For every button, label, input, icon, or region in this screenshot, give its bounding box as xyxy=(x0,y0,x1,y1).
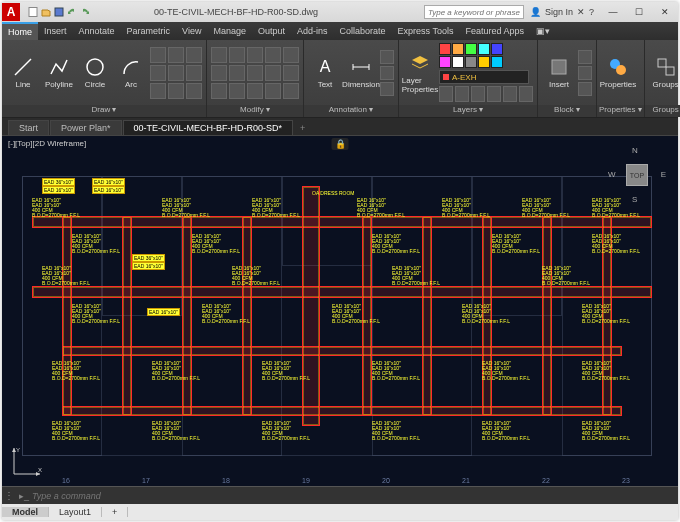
cmdline-chevron-icon[interactable]: ▸_ xyxy=(16,491,32,501)
tab-addins[interactable]: Add-ins xyxy=(291,22,334,40)
layout-tab-layout1[interactable]: Layout1 xyxy=(49,507,102,517)
sign-in-link[interactable]: Sign In xyxy=(545,7,573,17)
tab-overflow-icon[interactable]: ▣▾ xyxy=(530,22,556,40)
duct-annotation: EAD 16"x10" EAD 16"x10" 400 CFM B.O.D=27… xyxy=(492,234,540,254)
duct-annotation: EAD 16"x10" EAD 16"x10" 400 CFM B.O.D=27… xyxy=(152,361,200,381)
drawing-viewport[interactable]: [-][Top][2D Wireframe] 🔒 TOP N S E W xyxy=(2,136,678,486)
user-icon[interactable]: 👤 xyxy=(530,7,541,17)
tab-annotate[interactable]: Annotate xyxy=(73,22,121,40)
svg-rect-7 xyxy=(658,59,666,67)
panel-properties: Properties Properties ▾ xyxy=(597,40,645,117)
doc-tab-start[interactable]: Start xyxy=(8,120,49,135)
panel-title[interactable]: Draw ▾ xyxy=(2,105,206,117)
app-menu-button[interactable]: A xyxy=(2,3,20,21)
viewcube-south[interactable]: S xyxy=(632,195,637,204)
duct-annotation: EAD 16"x10" EAD 16"x10" 400 CFM B.O.D=27… xyxy=(372,361,420,381)
duct-annotation: EAD 16"x10" EAD 16"x10" 400 CFM B.O.D=27… xyxy=(462,304,510,324)
edit-block-icon[interactable] xyxy=(578,66,592,80)
exchange-icon[interactable]: ✕ xyxy=(577,7,585,17)
duct-annotation: EAD 16"x10" EAD 16"x10" 400 CFM B.O.D=27… xyxy=(162,198,210,218)
create-block-icon[interactable] xyxy=(578,50,592,64)
tab-view[interactable]: View xyxy=(176,22,207,40)
viewcube-west[interactable]: W xyxy=(608,170,616,179)
grid-label: 16 xyxy=(62,477,70,484)
tab-featured[interactable]: Featured Apps xyxy=(459,22,530,40)
duct-annotation: EAD 16"x10" EAD 16"x10" 400 CFM B.O.D=27… xyxy=(52,421,100,441)
duct-annotation: EAD 16"x10" EAD 16"x10" 400 CFM B.O.D=27… xyxy=(482,421,530,441)
tab-manage[interactable]: Manage xyxy=(207,22,252,40)
help-search-input[interactable] xyxy=(424,5,524,19)
window-controls: — ☐ ✕ xyxy=(600,3,678,21)
duct-annotation: EAD 16"x10" EAD 16"x10" 400 CFM B.O.D=27… xyxy=(357,198,405,218)
arc-button[interactable]: Arc xyxy=(114,43,148,103)
equipment-tag: EAD 16"x10" xyxy=(42,186,75,194)
panel-title[interactable]: Groups xyxy=(645,105,680,117)
panel-title[interactable]: Properties ▾ xyxy=(597,105,644,117)
duct-annotation: EAD 16"x10" EAD 16"x10" 400 CFM B.O.D=27… xyxy=(482,361,530,381)
panel-title[interactable]: Layers ▾ xyxy=(399,105,537,117)
leader-icon[interactable] xyxy=(380,50,394,64)
layer-properties-button[interactable]: Layer Properties xyxy=(403,43,437,103)
panel-title[interactable]: Block ▾ xyxy=(538,105,596,117)
viewport-lock-icon[interactable]: 🔒 xyxy=(332,138,349,150)
mtext-icon[interactable] xyxy=(380,82,394,96)
dimension-button[interactable]: Dimension xyxy=(344,43,378,103)
circle-button[interactable]: Circle xyxy=(78,43,112,103)
tab-express[interactable]: Express Tools xyxy=(392,22,460,40)
tab-collaborate[interactable]: Collaborate xyxy=(334,22,392,40)
cmdline-handle[interactable]: ⋮ xyxy=(2,490,16,501)
layer-dropdown[interactable]: A-EXH xyxy=(439,70,529,84)
command-input[interactable] xyxy=(32,491,292,501)
tab-insert[interactable]: Insert xyxy=(38,22,73,40)
duct-annotation: EAD 16"x10" EAD 16"x10" 400 CFM B.O.D=27… xyxy=(582,361,630,381)
duct-annotation: EAD 16"x10" EAD 16"x10" 400 CFM B.O.D=27… xyxy=(262,361,310,381)
svg-text:Y: Y xyxy=(16,447,20,453)
edit-attr-icon[interactable] xyxy=(578,82,592,96)
polyline-button[interactable]: Polyline xyxy=(42,43,76,103)
layout-tab-add[interactable]: + xyxy=(102,507,128,517)
viewcube-north[interactable]: N xyxy=(632,146,638,155)
viewcube-east[interactable]: E xyxy=(661,170,666,179)
new-icon[interactable] xyxy=(28,7,38,17)
ucs-icon[interactable]: XY xyxy=(10,444,44,478)
panel-title[interactable]: Annotation ▾ xyxy=(304,105,398,117)
line-button[interactable]: Line xyxy=(6,43,40,103)
panel-title[interactable]: Modify ▾ xyxy=(207,105,303,117)
redo-icon[interactable] xyxy=(80,7,90,17)
insert-block-button[interactable]: Insert xyxy=(542,43,576,103)
layout-tab-model[interactable]: Model xyxy=(2,507,49,517)
viewport-label[interactable]: [-][Top][2D Wireframe] xyxy=(8,139,86,148)
groups-button[interactable]: Groups xyxy=(649,43,680,103)
svg-point-3 xyxy=(87,59,103,75)
layer-color-swatch[interactable] xyxy=(439,43,533,68)
tab-output[interactable]: Output xyxy=(252,22,291,40)
tab-parametric[interactable]: Parametric xyxy=(121,22,177,40)
table-icon[interactable] xyxy=(380,66,394,80)
undo-icon[interactable] xyxy=(67,7,77,17)
doc-tab-powerplan[interactable]: Power Plan* xyxy=(50,120,122,135)
save-icon[interactable] xyxy=(54,7,64,17)
duct-annotation: EAD 16"x10" EAD 16"x10" 400 CFM B.O.D=27… xyxy=(522,198,570,218)
properties-button[interactable]: Properties xyxy=(601,43,635,103)
doc-tab-current[interactable]: 00-TE-CIVIL-MECH-BF-HD-R00-SD* xyxy=(123,120,294,135)
layer-tools-grid[interactable] xyxy=(439,86,533,102)
panel-annotation: AText Dimension Annotation ▾ xyxy=(304,40,399,117)
viewcube[interactable]: TOP N S E W xyxy=(608,146,666,204)
minimize-button[interactable]: — xyxy=(600,3,626,21)
new-doc-button[interactable]: + xyxy=(294,121,311,135)
draw-flyout-grid[interactable] xyxy=(150,47,202,99)
close-button[interactable]: ✕ xyxy=(652,3,678,21)
open-icon[interactable] xyxy=(41,7,51,17)
grid-label: 19 xyxy=(302,477,310,484)
duct-annotation: EAD 16"x10" EAD 16"x10" 400 CFM B.O.D=27… xyxy=(392,266,440,286)
help-icon[interactable]: ? xyxy=(589,7,594,17)
tab-home[interactable]: Home xyxy=(2,22,38,40)
text-button[interactable]: AText xyxy=(308,43,342,103)
viewcube-face[interactable]: TOP xyxy=(626,164,648,186)
equipment-tag: EAD 16"x10" xyxy=(92,186,125,194)
ribbon: Line Polyline Circle Arc Draw ▾ Modify ▾… xyxy=(2,40,678,118)
modify-grid[interactable] xyxy=(211,47,299,99)
maximize-button[interactable]: ☐ xyxy=(626,3,652,21)
drawing-canvas: EAD 36"x10" EAD 16"x10" EAD 16"x10" EAD … xyxy=(2,136,678,486)
equipment-tag: EAD 16"x10" xyxy=(147,308,180,316)
